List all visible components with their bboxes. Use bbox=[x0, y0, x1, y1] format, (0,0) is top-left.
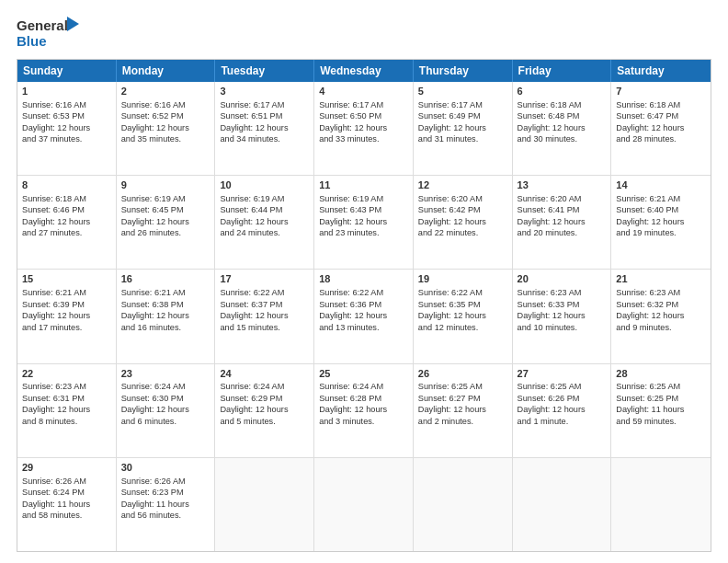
calendar-cell-2: 2Sunrise: 6:16 AMSunset: 6:52 PMDaylight… bbox=[117, 82, 216, 175]
day-info-line: Daylight: 12 hours bbox=[616, 216, 706, 227]
day-info-line: and 59 minutes. bbox=[616, 416, 706, 427]
day-info-line: Sunset: 6:23 PM bbox=[121, 487, 210, 498]
calendar-cell-16: 16Sunrise: 6:21 AMSunset: 6:38 PMDayligh… bbox=[117, 270, 216, 362]
day-info-line: and 3 minutes. bbox=[319, 416, 408, 427]
day-number: 26 bbox=[418, 367, 507, 381]
day-info-line: Daylight: 12 hours bbox=[518, 122, 607, 133]
calendar-cell-empty bbox=[414, 458, 513, 551]
day-info-line: Sunset: 6:31 PM bbox=[22, 393, 111, 404]
day-info-line: Sunset: 6:46 PM bbox=[22, 204, 111, 215]
day-number: 20 bbox=[518, 272, 607, 286]
day-info-line: Sunrise: 6:18 AM bbox=[22, 193, 111, 204]
day-info-line: Daylight: 12 hours bbox=[121, 404, 210, 415]
day-info-line: Sunrise: 6:19 AM bbox=[319, 193, 408, 204]
day-number: 14 bbox=[616, 178, 706, 192]
day-info-line: Daylight: 12 hours bbox=[220, 404, 309, 415]
calendar-cell-13: 13Sunrise: 6:20 AMSunset: 6:41 PMDayligh… bbox=[513, 176, 612, 269]
day-info-line: and 15 minutes. bbox=[220, 322, 309, 333]
day-info-line: Sunrise: 6:23 AM bbox=[518, 287, 607, 298]
day-info-line: Sunrise: 6:23 AM bbox=[616, 287, 706, 298]
day-info-line: Sunrise: 6:26 AM bbox=[121, 476, 210, 487]
day-info-line: and 26 minutes. bbox=[121, 227, 210, 238]
calendar-week-3: 15Sunrise: 6:21 AMSunset: 6:39 PMDayligh… bbox=[17, 270, 711, 363]
calendar-week-5: 29Sunrise: 6:26 AMSunset: 6:24 PMDayligh… bbox=[17, 458, 711, 551]
day-info-line: Sunrise: 6:18 AM bbox=[616, 99, 706, 110]
day-info-line: Sunset: 6:28 PM bbox=[319, 393, 408, 404]
calendar-cell-27: 27Sunrise: 6:25 AMSunset: 6:26 PMDayligh… bbox=[513, 364, 612, 457]
calendar-cell-26: 26Sunrise: 6:25 AMSunset: 6:27 PMDayligh… bbox=[414, 364, 513, 457]
calendar-cell-14: 14Sunrise: 6:21 AMSunset: 6:40 PMDayligh… bbox=[611, 176, 711, 269]
day-info-line: Sunset: 6:41 PM bbox=[518, 204, 607, 215]
day-number: 5 bbox=[418, 85, 507, 98]
calendar-cell-7: 7Sunrise: 6:18 AMSunset: 6:47 PMDaylight… bbox=[611, 82, 711, 175]
day-info-line: and 24 minutes. bbox=[220, 227, 309, 238]
day-info-line: Sunrise: 6:26 AM bbox=[22, 476, 111, 487]
calendar-cell-12: 12Sunrise: 6:20 AMSunset: 6:42 PMDayligh… bbox=[414, 176, 513, 269]
day-info-line: Sunrise: 6:17 AM bbox=[418, 99, 507, 110]
calendar-cell-empty bbox=[513, 458, 612, 551]
day-number: 2 bbox=[121, 85, 210, 98]
day-number: 6 bbox=[518, 85, 607, 98]
day-number: 8 bbox=[22, 178, 111, 192]
day-number: 22 bbox=[22, 367, 111, 381]
day-info-line: and 8 minutes. bbox=[22, 416, 111, 427]
day-info-line: Daylight: 12 hours bbox=[22, 216, 111, 227]
day-header-tuesday: Tuesday bbox=[215, 60, 314, 82]
day-info-line: and 17 minutes. bbox=[22, 322, 111, 333]
day-header-sunday: Sunday bbox=[17, 60, 117, 82]
day-info-line: and 33 minutes. bbox=[319, 133, 408, 144]
day-info-line: and 12 minutes. bbox=[418, 322, 507, 333]
day-info-line: Daylight: 12 hours bbox=[319, 216, 408, 227]
day-number: 24 bbox=[220, 367, 309, 381]
day-number: 11 bbox=[319, 178, 408, 192]
day-info-line: Sunset: 6:33 PM bbox=[518, 299, 607, 310]
calendar-cell-empty bbox=[611, 458, 711, 551]
calendar-cell-28: 28Sunrise: 6:25 AMSunset: 6:25 PMDayligh… bbox=[611, 364, 711, 457]
day-info-line: Daylight: 12 hours bbox=[319, 404, 408, 415]
day-info-line: and 35 minutes. bbox=[121, 133, 210, 144]
day-info-line: and 23 minutes. bbox=[319, 227, 408, 238]
day-number: 10 bbox=[220, 178, 309, 192]
day-info-line: Daylight: 12 hours bbox=[220, 122, 309, 133]
day-info-line: Daylight: 12 hours bbox=[121, 310, 210, 321]
calendar-cell-25: 25Sunrise: 6:24 AMSunset: 6:28 PMDayligh… bbox=[314, 364, 414, 457]
calendar-cell-10: 10Sunrise: 6:19 AMSunset: 6:44 PMDayligh… bbox=[215, 176, 314, 269]
day-info-line: Sunrise: 6:22 AM bbox=[319, 287, 408, 298]
day-info-line: Sunrise: 6:20 AM bbox=[418, 193, 507, 204]
calendar-cell-24: 24Sunrise: 6:24 AMSunset: 6:29 PMDayligh… bbox=[215, 364, 314, 457]
day-header-monday: Monday bbox=[117, 60, 216, 82]
day-info-line: Sunrise: 6:25 AM bbox=[418, 381, 507, 392]
day-info-line: Daylight: 12 hours bbox=[418, 122, 507, 133]
calendar-cell-9: 9Sunrise: 6:19 AMSunset: 6:45 PMDaylight… bbox=[117, 176, 216, 269]
day-info-line: Daylight: 12 hours bbox=[319, 310, 408, 321]
day-info-line: Daylight: 12 hours bbox=[616, 122, 706, 133]
day-info-line: Daylight: 12 hours bbox=[418, 404, 507, 415]
day-info-line: Sunset: 6:49 PM bbox=[418, 110, 507, 121]
day-number: 4 bbox=[319, 85, 408, 98]
day-info-line: and 1 minute. bbox=[518, 416, 607, 427]
day-info-line: Sunrise: 6:22 AM bbox=[418, 287, 507, 298]
day-info-line: Sunset: 6:44 PM bbox=[220, 204, 309, 215]
calendar-cell-5: 5Sunrise: 6:17 AMSunset: 6:49 PMDaylight… bbox=[414, 82, 513, 175]
day-info-line: Sunset: 6:40 PM bbox=[616, 204, 706, 215]
day-info-line: Sunrise: 6:16 AM bbox=[22, 99, 111, 110]
calendar-cell-empty bbox=[314, 458, 414, 551]
day-info-line: Sunset: 6:24 PM bbox=[22, 487, 111, 498]
day-number: 15 bbox=[22, 272, 111, 286]
day-info-line: and 34 minutes. bbox=[220, 133, 309, 144]
day-header-wednesday: Wednesday bbox=[314, 60, 414, 82]
day-info-line: Daylight: 12 hours bbox=[121, 216, 210, 227]
calendar-cell-18: 18Sunrise: 6:22 AMSunset: 6:36 PMDayligh… bbox=[314, 270, 414, 362]
svg-text:General: General bbox=[17, 17, 68, 33]
calendar-body: 1Sunrise: 6:16 AMSunset: 6:53 PMDaylight… bbox=[17, 82, 711, 551]
svg-marker-2 bbox=[67, 17, 79, 31]
calendar-cell-6: 6Sunrise: 6:18 AMSunset: 6:48 PMDaylight… bbox=[513, 82, 612, 175]
day-info-line: Sunrise: 6:24 AM bbox=[220, 381, 309, 392]
calendar-week-4: 22Sunrise: 6:23 AMSunset: 6:31 PMDayligh… bbox=[17, 364, 711, 458]
calendar-cell-4: 4Sunrise: 6:17 AMSunset: 6:50 PMDaylight… bbox=[314, 82, 414, 175]
calendar-cell-20: 20Sunrise: 6:23 AMSunset: 6:33 PMDayligh… bbox=[513, 270, 612, 362]
day-header-saturday: Saturday bbox=[611, 60, 711, 82]
day-info-line: Sunrise: 6:25 AM bbox=[616, 381, 706, 392]
day-number: 17 bbox=[220, 272, 309, 286]
calendar-week-1: 1Sunrise: 6:16 AMSunset: 6:53 PMDaylight… bbox=[17, 82, 711, 176]
